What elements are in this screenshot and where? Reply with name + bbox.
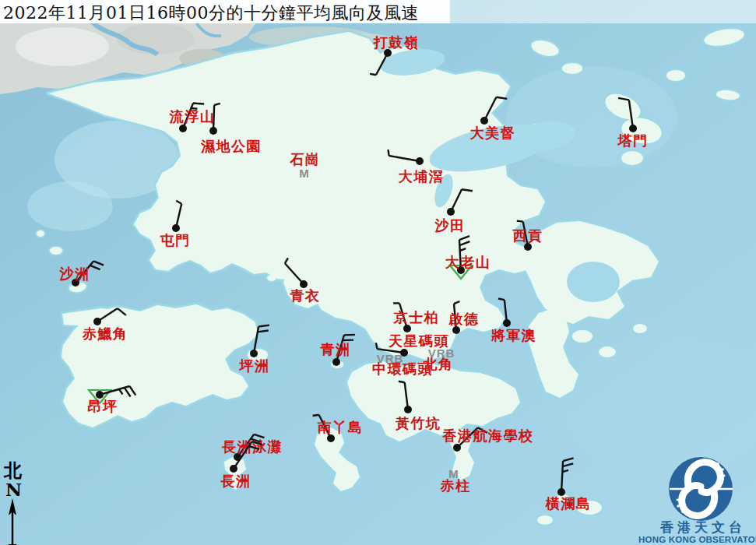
station-label: 青洲 bbox=[320, 341, 351, 357]
hko-name-zh: 香港天文台 bbox=[659, 519, 746, 535]
station-dot bbox=[452, 326, 460, 334]
wind-barb-feather bbox=[517, 221, 523, 222]
station-dot bbox=[453, 444, 461, 452]
wind-barb-feather bbox=[313, 415, 319, 416]
station-label: 北角 bbox=[423, 356, 454, 372]
station-dot bbox=[332, 358, 340, 366]
wind-barb-feather bbox=[376, 343, 377, 349]
station-label: 啟德 bbox=[448, 311, 480, 327]
weather-wind-map: 打鼓嶺流浮山濕地公園M石崗大美督塔門大埔滘沙田西貢大老山沙洲屯門青衣赤鱲角昂坪坪… bbox=[0, 0, 756, 545]
station-label: 沙田 bbox=[434, 217, 466, 234]
map-title: 2022年11月01日16時00分的十分鐘平均風向及風速 bbox=[3, 2, 419, 25]
station-label: 打鼓嶺 bbox=[373, 34, 420, 51]
station-label: 長洲 bbox=[220, 473, 251, 489]
wind-barb-feather bbox=[498, 299, 505, 301]
station-dot bbox=[404, 406, 412, 413]
station-dot bbox=[250, 350, 258, 357]
station-label: 坪洲 bbox=[239, 357, 270, 374]
station-label: 青衣 bbox=[290, 287, 321, 304]
wind-barb-feather bbox=[193, 104, 204, 104]
station-dot bbox=[172, 224, 180, 232]
wind-barb-feather bbox=[399, 382, 405, 383]
station-dot bbox=[629, 125, 637, 132]
station-label: 石崗 bbox=[290, 151, 321, 167]
station-dot bbox=[447, 208, 455, 216]
compass-label-zh: 北 bbox=[3, 459, 22, 480]
station-label: 沙洲 bbox=[59, 265, 90, 282]
station-label: 大老山 bbox=[445, 254, 491, 270]
station-dot bbox=[230, 465, 237, 473]
station-label: 屯門 bbox=[160, 232, 191, 248]
wind-barb-feather bbox=[370, 74, 376, 75]
station-label: 流浮山 bbox=[169, 108, 216, 125]
station-label: 昂坪 bbox=[88, 398, 118, 414]
station-dot bbox=[480, 117, 488, 125]
wind-barb-feather bbox=[388, 149, 389, 156]
station-dot bbox=[416, 157, 424, 165]
station-label: 西貢 bbox=[512, 227, 543, 244]
station-dot bbox=[93, 318, 101, 325]
station-dot bbox=[403, 325, 411, 332]
hko-name-en: HONG KONG OBSERVATORY bbox=[638, 535, 756, 544]
station-label: 大埔滘 bbox=[398, 168, 445, 185]
station-label: 濕地公園 bbox=[200, 138, 262, 154]
wind-mark-m: M bbox=[299, 167, 310, 180]
hong-kong-map: 打鼓嶺流浮山濕地公園M石崗大美督塔門大埔滘沙田西貢大老山沙洲屯門青衣赤鱲角昂坪坪… bbox=[0, 0, 756, 545]
station-label: 南丫島 bbox=[317, 419, 364, 435]
station-label: 黃竹坑 bbox=[396, 415, 441, 431]
station-dot bbox=[179, 125, 187, 132]
station-label: 大美督 bbox=[469, 125, 516, 141]
station-label: 赤鱲角 bbox=[82, 325, 128, 342]
station-label: 京士柏 bbox=[393, 309, 440, 325]
station-dot bbox=[524, 243, 532, 251]
station-label: 香港航海學校 bbox=[442, 427, 534, 444]
compass-label-en: N bbox=[5, 479, 22, 500]
station-dot bbox=[327, 434, 335, 442]
station-dot bbox=[503, 319, 511, 327]
station-label: 將軍澳 bbox=[491, 327, 537, 343]
station-label: 塔門 bbox=[617, 132, 649, 149]
station-marker: VRB北角 bbox=[423, 346, 455, 372]
station-dot bbox=[209, 127, 217, 135]
station-label: 赤柱 bbox=[440, 477, 471, 494]
station-label: 橫瀾島 bbox=[545, 495, 592, 512]
